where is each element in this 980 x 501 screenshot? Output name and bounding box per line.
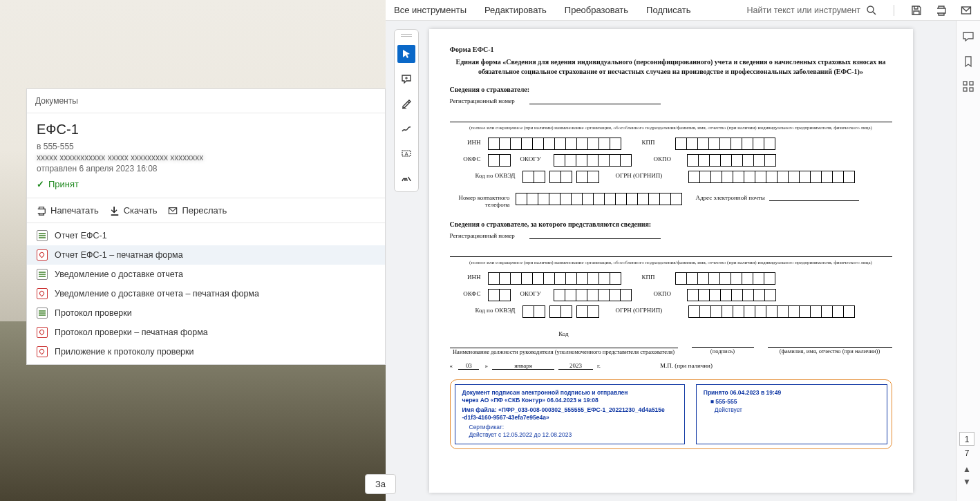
page-number-control: 1 7 ▲ ▼ bbox=[957, 432, 977, 487]
close-dialog-button[interactable]: За bbox=[365, 474, 396, 494]
page-down-button[interactable]: ▼ bbox=[962, 476, 972, 487]
file-row[interactable]: Уведомление о доставке отчета – печатная… bbox=[27, 284, 385, 303]
save-icon[interactable] bbox=[911, 5, 922, 16]
signature-footer: Код Наименование должности руководителя … bbox=[450, 330, 892, 355]
pdf-file-icon bbox=[37, 346, 48, 357]
file-row[interactable]: Приложение к протоколу проверки bbox=[27, 342, 385, 361]
file-label: Отчет ЕФС-1 – печатная форма bbox=[55, 250, 183, 260]
print-toolbar-icon[interactable] bbox=[936, 5, 947, 16]
kpp-block: КПП bbox=[642, 138, 775, 150]
reg-number-label: Регистрационный номер bbox=[450, 96, 529, 104]
org-name-caption: (полное или сокращенное (при наличии) на… bbox=[450, 125, 892, 131]
file-row[interactable]: Отчет ЕФС-1 – печатная форма bbox=[27, 245, 385, 265]
pdf-search[interactable]: Найти текст или инструмент bbox=[747, 5, 877, 16]
file-label: Отчет ЕФС-1 bbox=[55, 231, 107, 240]
svg-text:A: A bbox=[405, 151, 408, 156]
download-icon bbox=[110, 206, 120, 216]
document-status-badge: Принят bbox=[37, 179, 375, 189]
signature-tool[interactable] bbox=[397, 169, 415, 187]
form-title: Единая форма «Сведения для ведения индив… bbox=[450, 57, 892, 76]
accepted-stamp: Принято 06.04.2023 в 19:49 ■ 555-555 Дей… bbox=[696, 384, 887, 444]
print-label: Напечатать bbox=[50, 205, 99, 216]
document-recipient: в 555-555 bbox=[37, 142, 375, 151]
pdf-toolbar: Все инструменты Редактировать Преобразов… bbox=[386, 0, 980, 21]
total-pages: 7 bbox=[965, 447, 970, 462]
document-sent-date: отправлен 6 апреля 2023 16:08 bbox=[37, 164, 375, 173]
file-label: Протокол проверки – печатная форма bbox=[55, 328, 208, 337]
toolbar-separator bbox=[894, 5, 894, 16]
file-list: Отчет ЕФС-1Отчет ЕФС-1 – печатная формаУ… bbox=[27, 223, 385, 364]
file-row[interactable]: Отчет ЕФС-1 bbox=[27, 226, 385, 245]
document-extra-blurred: xxxxx xxxxxxxxxxx xxxxx xxxxxxxxx xxxxxx… bbox=[37, 153, 375, 162]
current-page-input[interactable]: 1 bbox=[959, 432, 974, 446]
menu-sign[interactable]: Подписать bbox=[646, 5, 690, 15]
doc-file-icon bbox=[37, 230, 48, 241]
file-label: Приложение к протоколу проверки bbox=[55, 347, 194, 357]
forward-label: Переслать bbox=[182, 205, 227, 216]
floating-tool-rail[interactable]: A bbox=[394, 29, 419, 192]
form-date-line: « 03 » января 2023 г. М.П. (при наличии) bbox=[450, 362, 892, 370]
document-actions: Напечатать Скачать Переслать bbox=[27, 198, 385, 223]
draw-tool[interactable] bbox=[397, 120, 415, 138]
sending-stamp: Документ подписан электронной подписью и… bbox=[455, 384, 685, 444]
file-label: Уведомление о доставке отчета bbox=[55, 270, 183, 279]
svg-rect-8 bbox=[970, 88, 973, 91]
share-mail-icon[interactable] bbox=[961, 5, 972, 16]
text-box-tool[interactable]: A bbox=[397, 144, 415, 162]
file-row[interactable]: Протокол проверки – печатная форма bbox=[27, 323, 385, 342]
search-icon bbox=[866, 5, 877, 16]
highlight-tool[interactable] bbox=[397, 95, 415, 113]
pdf-canvas-area[interactable]: Форма ЕФС-1 Единая форма «Сведения для в… bbox=[386, 21, 956, 501]
svg-point-1 bbox=[867, 6, 874, 12]
rail-drag-handle[interactable] bbox=[401, 34, 412, 37]
download-button[interactable]: Скачать bbox=[110, 205, 158, 216]
kpp-cells bbox=[675, 138, 775, 150]
file-row[interactable]: Уведомление о доставке отчета bbox=[27, 265, 385, 284]
org-name-line bbox=[450, 111, 892, 122]
pdf-file-icon bbox=[37, 249, 48, 261]
forward-button[interactable]: Переслать bbox=[168, 205, 227, 216]
menu-all-tools[interactable]: Все инструменты bbox=[394, 5, 467, 15]
menu-edit[interactable]: Редактировать bbox=[484, 5, 547, 15]
pdf-menu: Все инструменты Редактировать Преобразов… bbox=[394, 5, 690, 15]
pdf-file-icon bbox=[37, 327, 48, 338]
form-tag: Форма ЕФС-1 bbox=[450, 46, 892, 53]
svg-rect-5 bbox=[963, 82, 967, 85]
print-button[interactable]: Напечатать bbox=[37, 205, 99, 216]
page-up-button[interactable]: ▲ bbox=[962, 464, 972, 475]
documents-header: Документы bbox=[27, 89, 385, 113]
section2-label: Сведения о страхователе, за которого пре… bbox=[450, 220, 892, 228]
mail-icon bbox=[168, 206, 178, 216]
pdf-page: Форма ЕФС-1 Единая форма «Сведения для в… bbox=[429, 29, 913, 493]
file-label: Уведомление о доставке отчета – печатная… bbox=[55, 289, 259, 299]
document-status-text: Принят bbox=[48, 179, 79, 189]
pdf-file-icon bbox=[37, 288, 48, 299]
menu-convert[interactable]: Преобразовать bbox=[565, 5, 628, 15]
inn-block: ИНН bbox=[450, 138, 621, 150]
svg-rect-6 bbox=[970, 82, 973, 85]
pdf-side-rail bbox=[956, 21, 980, 501]
doc-file-icon bbox=[37, 308, 48, 319]
thumbnails-panel-icon[interactable] bbox=[962, 80, 974, 93]
comments-panel-icon[interactable] bbox=[962, 30, 974, 43]
inn-cells bbox=[488, 138, 621, 150]
select-tool[interactable] bbox=[397, 45, 415, 63]
file-label: Протокол проверки bbox=[55, 308, 132, 318]
printer-icon bbox=[37, 206, 46, 216]
reg-number-value bbox=[529, 96, 661, 104]
svg-rect-7 bbox=[963, 88, 967, 91]
document-title: ЕФС-1 bbox=[37, 122, 375, 138]
bookmarks-panel-icon[interactable] bbox=[962, 55, 974, 68]
file-row[interactable]: Протокол проверки bbox=[27, 303, 385, 323]
signature-stamps-group: Документ подписан электронной подписью и… bbox=[450, 379, 892, 449]
document-meta: ЕФС-1 в 555-555 xxxxx xxxxxxxxxxx xxxxx … bbox=[27, 113, 385, 198]
documents-panel: Документы ЕФС-1 в 555-555 xxxxx xxxxxxxx… bbox=[26, 88, 386, 365]
doc-file-icon bbox=[37, 269, 48, 280]
section1-label: Сведения о страхователе: bbox=[450, 86, 892, 93]
search-placeholder: Найти текст или инструмент bbox=[747, 6, 860, 15]
toolbar-icons bbox=[911, 5, 972, 16]
comment-tool[interactable] bbox=[397, 70, 415, 88]
pdf-viewer: Все инструменты Редактировать Преобразов… bbox=[386, 0, 980, 501]
download-label: Скачать bbox=[124, 205, 158, 216]
